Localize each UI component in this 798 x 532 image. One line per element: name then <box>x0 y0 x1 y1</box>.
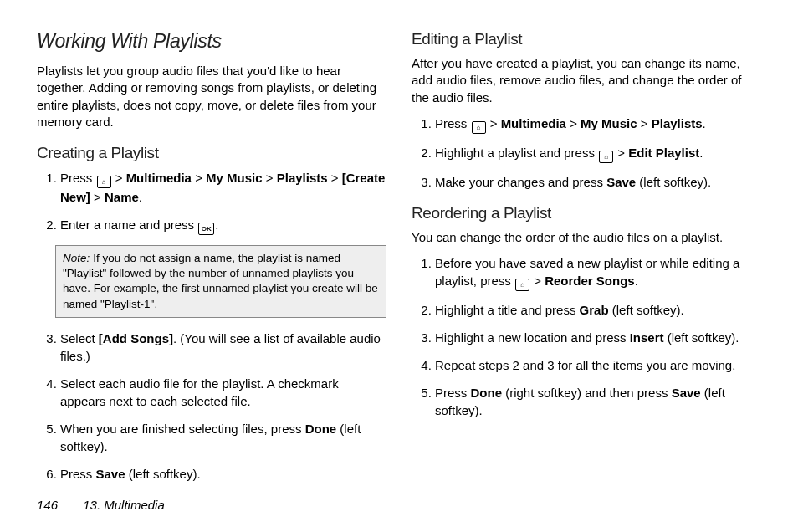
text: . <box>215 217 218 232</box>
text: Select <box>60 331 99 345</box>
ok-icon: OK <box>198 223 214 235</box>
text: > <box>328 171 342 185</box>
text: . <box>635 274 638 288</box>
bold-save: Save <box>672 386 701 400</box>
bold-save: Save <box>606 175 636 189</box>
text: (left softkey). <box>636 175 711 189</box>
reorder-step-2: Highlight a title and press Grab (left s… <box>435 301 761 319</box>
creating-step-1: Press ⌂ > Multimedia > My Music > Playli… <box>60 169 386 206</box>
text: Enter a name and press <box>60 217 197 232</box>
text: Highlight a playlist and press <box>435 146 598 160</box>
page-number: 146 <box>37 498 58 512</box>
home-icon: ⌂ <box>97 176 111 188</box>
bold-done: Done <box>471 386 503 400</box>
bold-multimedia: Multimedia <box>501 116 566 130</box>
text: > <box>112 171 126 185</box>
text: When you are finished selecting files, p… <box>60 422 305 436</box>
text: (left softkey). <box>664 330 739 345</box>
creating-steps-rest: Select [Add Songs]. (You will see a list… <box>37 330 386 483</box>
text: > <box>614 146 628 160</box>
creating-step-3: Select [Add Songs]. (You will see a list… <box>60 330 386 365</box>
reorder-step-4: Repeat steps 2 and 3 for all the items y… <box>435 356 761 374</box>
column-right: Editing a Playlist After you have create… <box>412 30 761 493</box>
bold-done: Done <box>305 422 337 436</box>
text: Make your changes and press <box>435 175 606 189</box>
editing-step-1: Press ⌂ > Multimedia > My Music > Playli… <box>435 115 761 134</box>
creating-steps-top: Press ⌂ > Multimedia > My Music > Playli… <box>37 169 386 235</box>
bold-edit-playlist: Edit Playlist <box>628 146 699 160</box>
text: Press <box>60 171 96 185</box>
text: Press <box>435 116 471 130</box>
reorder-step-1: Before you have saved a new playlist or … <box>435 254 761 291</box>
bold-reorder-songs: Reorder Songs <box>545 274 635 288</box>
home-icon: ⌂ <box>515 279 529 291</box>
text: Press <box>435 386 471 400</box>
text: Highlight a title and press <box>435 303 580 317</box>
reorder-step-3: Highlight a new location and press Inser… <box>435 329 761 346</box>
text: Highlight a new location and press <box>435 330 630 345</box>
text: > <box>90 190 105 204</box>
editing-step-3: Make your changes and press Save (left s… <box>435 173 761 191</box>
creating-step-4: Select each audio file for the playlist.… <box>60 375 386 410</box>
text: > <box>487 116 501 130</box>
bold-add-songs: [Add Songs] <box>99 331 173 345</box>
creating-step-2: Enter a name and press OK. <box>60 216 386 235</box>
text: > <box>192 171 206 185</box>
text: > <box>566 116 581 130</box>
text: . <box>699 146 703 160</box>
bold-save: Save <box>96 467 125 481</box>
editing-steps: Press ⌂ > Multimedia > My Music > Playli… <box>412 115 761 191</box>
note-label: Note: <box>63 252 90 264</box>
bold-playlists: Playlists <box>652 116 703 130</box>
editing-step-2: Highlight a playlist and press ⌂ > Edit … <box>435 144 761 163</box>
reorder-steps: Before you have saved a new playlist or … <box>412 254 761 419</box>
column-left: Working With Playlists Playlists let you… <box>37 30 386 493</box>
bold-grab: Grab <box>580 303 609 317</box>
reorder-step-5: Press Done (right softkey) and then pres… <box>435 384 761 419</box>
document-page: Working With Playlists Playlists let you… <box>0 0 798 532</box>
note-body: If you do not assign a name, the playlis… <box>63 252 378 310</box>
chapter-label: 13. Multimedia <box>83 498 165 512</box>
creating-step-6: Press Save (left softkey). <box>60 465 386 483</box>
home-icon: ⌂ <box>599 151 613 163</box>
text: (left softkey). <box>125 467 201 481</box>
creating-step-5: When you are finished selecting files, p… <box>60 420 386 455</box>
heading-editing: Editing a Playlist <box>412 30 761 49</box>
intro-paragraph: Playlists let you group audio files that… <box>37 63 386 130</box>
page-footer: 146 13. Multimedia <box>37 498 165 512</box>
reorder-intro: You can change the order of the audio fi… <box>412 229 761 246</box>
bold-playlists: Playlists <box>277 171 328 185</box>
text: > <box>263 171 277 185</box>
bold-my-music: My Music <box>206 171 263 185</box>
bold-multimedia: Multimedia <box>126 171 192 185</box>
heading-reordering: Reordering a Playlist <box>412 204 761 223</box>
text: > <box>530 274 545 288</box>
heading-creating: Creating a Playlist <box>37 144 386 162</box>
bold-my-music: My Music <box>581 116 637 130</box>
home-icon: ⌂ <box>472 121 486 134</box>
note-box: Note:If you do not assign a name, the pl… <box>55 245 386 318</box>
text: . <box>703 116 706 130</box>
text: (right softkey) and then press <box>502 386 672 400</box>
text: (left softkey). <box>609 303 684 317</box>
bold-name: Name <box>105 190 139 204</box>
text: . <box>139 190 142 204</box>
editing-intro: After you have created a playlist, you c… <box>412 55 761 106</box>
bold-insert: Insert <box>630 330 664 345</box>
page-title: Working With Playlists <box>37 30 386 53</box>
text: Press <box>60 467 96 481</box>
two-column-layout: Working With Playlists Playlists let you… <box>37 30 761 493</box>
text: > <box>637 116 652 130</box>
